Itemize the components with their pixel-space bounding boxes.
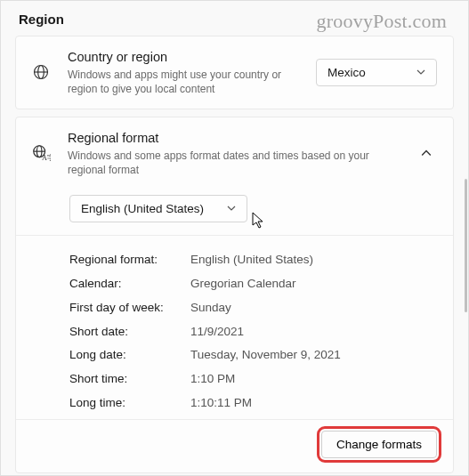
language-globe-icon: A字 <box>28 143 53 163</box>
detail-label: Long date: <box>69 347 190 364</box>
detail-row: First day of week:Sunday <box>69 296 437 320</box>
detail-label: Regional format: <box>69 252 190 269</box>
detail-row: Long date:Tuesday, November 9, 2021 <box>69 343 437 367</box>
globe-icon <box>28 63 53 81</box>
detail-row: Short time:1:10 PM <box>69 367 437 391</box>
detail-label: Short date: <box>69 324 190 341</box>
chevron-up-icon <box>421 148 432 158</box>
country-subtitle: Windows and apps might use your country … <box>68 68 302 96</box>
chevron-down-icon <box>227 204 236 213</box>
country-dropdown-value: Mexico <box>327 66 366 79</box>
detail-value: Tuesday, November 9, 2021 <box>190 347 341 364</box>
detail-row: Calendar:Gregorian Calendar <box>69 272 437 296</box>
detail-value: Sunday <box>190 300 231 317</box>
detail-row: Short date:11/9/2021 <box>69 320 437 344</box>
svg-text:A字: A字 <box>42 155 51 163</box>
locale-dropdown-value: English (United States) <box>81 202 204 215</box>
cursor-icon <box>252 212 266 232</box>
detail-label: Long time: <box>69 395 190 412</box>
detail-value: 1:10 PM <box>190 371 235 388</box>
chevron-down-icon <box>416 68 425 77</box>
page-title: Region <box>19 12 454 27</box>
detail-label: Short time: <box>69 371 190 388</box>
regional-format-card: A字 Regional format Windows and some apps… <box>15 117 454 473</box>
collapse-toggle[interactable] <box>416 142 437 164</box>
change-formats-button[interactable]: Change formats <box>321 431 437 458</box>
detail-label: Calendar: <box>69 276 190 293</box>
detail-row: Regional format:English (United States) <box>69 248 437 272</box>
country-title: Country or region <box>68 49 302 67</box>
format-title: Regional format <box>68 130 401 148</box>
detail-value: English (United States) <box>190 252 313 269</box>
detail-value: 11/9/2021 <box>190 324 244 341</box>
scrollbar[interactable] <box>465 179 467 312</box>
format-subtitle: Windows and some apps format dates and t… <box>68 149 401 177</box>
locale-dropdown[interactable]: English (United States) <box>69 195 247 222</box>
detail-value: Gregorian Calendar <box>190 276 296 293</box>
format-details: Regional format:English (United States)C… <box>16 236 453 419</box>
detail-row: Long time:1:10:11 PM <box>69 391 437 415</box>
country-region-card: Country or region Windows and apps might… <box>15 36 454 109</box>
detail-label: First day of week: <box>69 300 190 317</box>
detail-value: 1:10:11 PM <box>190 395 252 412</box>
country-dropdown[interactable]: Mexico <box>316 59 437 86</box>
